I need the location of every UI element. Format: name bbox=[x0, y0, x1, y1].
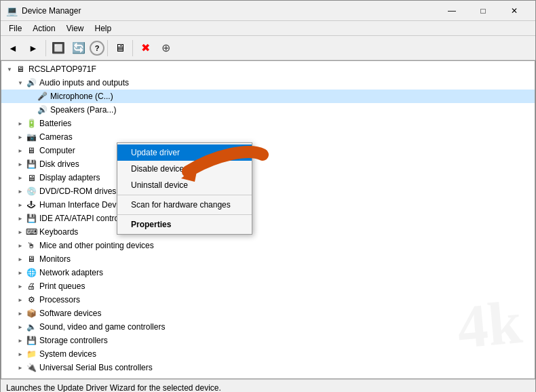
ctx-separator-2 bbox=[117, 214, 252, 215]
tree-item-mice[interactable]: ► 🖱 Mice and other pointing devices bbox=[1, 239, 535, 252]
ctx-separator-1 bbox=[117, 195, 252, 195]
network-label: Network adapters bbox=[39, 268, 103, 277]
menu-file[interactable]: File bbox=[3, 22, 27, 35]
toolbar: ◄ ► 🔲 🔄 ? 🖥 ✖ ⊕ bbox=[1, 36, 535, 60]
close-button[interactable]: ✕ bbox=[499, 1, 530, 21]
ctx-scan-hardware[interactable]: Scan for hardware changes bbox=[117, 197, 252, 213]
tree-item-print[interactable]: ► 🖨 Print queues bbox=[1, 279, 535, 293]
tree-item-disk[interactable]: ► 💾 Disk drives bbox=[1, 157, 535, 171]
cameras-icon: 📷 bbox=[26, 132, 37, 142]
speakers-icon: 🔊 bbox=[37, 104, 47, 115]
mic-label: Microphone (C...) bbox=[50, 92, 113, 101]
print-icon: 🖨 bbox=[26, 281, 37, 292]
dvd-expand-icon: ► bbox=[15, 186, 26, 197]
status-bar: Launches the Update Driver Wizard for th… bbox=[1, 379, 535, 392]
device-tree[interactable]: ▼ 🖥 RCSLAPTOP971F ▼ 🔊 Audio inputs and o… bbox=[1, 61, 535, 378]
menu-bar: File Action View Help bbox=[1, 21, 535, 36]
print-label: Print queues bbox=[39, 281, 85, 291]
tree-item-storage[interactable]: ► 💾 Storage controllers bbox=[1, 334, 535, 347]
keyboards-icon: ⌨ bbox=[26, 227, 37, 237]
tree-item-processors[interactable]: ► ⚙ Processors bbox=[1, 293, 535, 307]
cameras-label: Cameras bbox=[39, 132, 73, 142]
storage-icon: 💾 bbox=[26, 335, 37, 346]
back-button[interactable]: ◄ bbox=[3, 39, 22, 58]
ide-expand-icon: ► bbox=[15, 213, 26, 224]
tree-root[interactable]: ▼ 🖥 RCSLAPTOP971F bbox=[1, 62, 535, 76]
update-driver-toolbar-button[interactable]: 🔄 bbox=[69, 39, 88, 58]
batteries-expand-icon: ► bbox=[15, 118, 26, 129]
forward-button[interactable]: ► bbox=[24, 39, 43, 58]
speakers-expand-icon bbox=[26, 104, 37, 115]
window-controls: — □ ✕ bbox=[436, 1, 530, 21]
ctx-properties[interactable]: Properties bbox=[117, 216, 252, 233]
menu-view[interactable]: View bbox=[61, 22, 90, 35]
display-icon: 🖥 bbox=[26, 172, 37, 183]
context-menu: Update driver Disable device Uninstall d… bbox=[117, 142, 252, 235]
monitors-icon: 🖥 bbox=[26, 254, 37, 264]
computer-label: Computer bbox=[39, 146, 75, 155]
tree-item-audio[interactable]: ▼ 🔊 Audio inputs and outputs bbox=[1, 76, 535, 90]
network-icon: 🌐 bbox=[26, 267, 37, 278]
disk-expand-icon: ► bbox=[15, 159, 26, 170]
mice-label: Mice and other pointing devices bbox=[39, 241, 154, 250]
audio-expand-icon: ▼ bbox=[15, 77, 26, 88]
processors-icon: ⚙ bbox=[26, 294, 37, 305]
ctx-uninstall-device[interactable]: Uninstall device bbox=[117, 177, 252, 193]
usb-expand-icon: ► bbox=[15, 362, 26, 373]
toolbar-separator-1 bbox=[45, 40, 46, 56]
cameras-expand-icon: ► bbox=[15, 132, 26, 142]
ctx-update-driver[interactable]: Update driver bbox=[117, 144, 252, 161]
display-label: Display adapters bbox=[39, 173, 100, 182]
mice-icon: 🖱 bbox=[26, 240, 37, 251]
tree-item-usb[interactable]: ► 🔌 Universal Serial Bus controllers bbox=[1, 361, 535, 374]
sound-icon: 🔈 bbox=[26, 321, 37, 332]
usb-icon: 🔌 bbox=[26, 362, 37, 373]
add-toolbar-button[interactable]: ⊕ bbox=[156, 39, 175, 58]
properties-button[interactable]: 🔲 bbox=[49, 39, 68, 58]
monitors-expand-icon: ► bbox=[15, 254, 26, 264]
computer-icon: 🖥 bbox=[26, 145, 37, 156]
tree-item-hid[interactable]: ► 🕹 Human Interface Devices bbox=[1, 198, 535, 212]
system-icon: 📁 bbox=[26, 349, 37, 359]
sound-expand-icon: ► bbox=[15, 321, 26, 332]
storage-expand-icon: ► bbox=[15, 335, 26, 346]
mic-icon: 🎤 bbox=[37, 91, 47, 102]
monitors-label: Monitors bbox=[39, 254, 71, 264]
tree-item-ide[interactable]: ► 💾 IDE ATA/ATAPI controllers bbox=[1, 212, 535, 225]
tree-item-sound[interactable]: ► 🔈 Sound, video and game controllers bbox=[1, 320, 535, 334]
speakers-label: Speakers (Para...) bbox=[50, 105, 116, 115]
window-title: Device Manager bbox=[22, 6, 81, 16]
title-bar: 💻 Device Manager — □ ✕ bbox=[1, 1, 535, 21]
maximize-button[interactable]: □ bbox=[467, 1, 499, 21]
tree-item-system[interactable]: ► 📁 System devices bbox=[1, 347, 535, 361]
print-expand-icon: ► bbox=[15, 281, 26, 292]
help-button[interactable]: ? bbox=[90, 41, 104, 56]
tree-item-computer[interactable]: ► 🖥 Computer bbox=[1, 144, 535, 157]
mic-expand-icon bbox=[26, 91, 37, 102]
menu-help[interactable]: Help bbox=[90, 22, 117, 35]
hid-icon: 🕹 bbox=[26, 199, 37, 210]
ctx-disable-device[interactable]: Disable device bbox=[117, 161, 252, 177]
tree-item-monitors[interactable]: ► 🖥 Monitors bbox=[1, 252, 535, 266]
app-icon: 💻 bbox=[6, 5, 18, 16]
uninstall-toolbar-button[interactable]: ✖ bbox=[136, 39, 155, 58]
tree-item-speakers[interactable]: 🔊 Speakers (Para...) bbox=[1, 103, 535, 117]
processors-expand-icon: ► bbox=[15, 294, 26, 305]
system-label: System devices bbox=[39, 349, 96, 359]
network-expand-icon: ► bbox=[15, 267, 26, 278]
tree-item-network[interactable]: ► 🌐 Network adapters bbox=[1, 266, 535, 279]
software-expand-icon: ► bbox=[15, 308, 26, 319]
tree-item-software[interactable]: ► 📦 Software devices bbox=[1, 307, 535, 320]
computer-expand-icon: ► bbox=[15, 145, 26, 156]
menu-action[interactable]: Action bbox=[27, 22, 60, 35]
tree-item-microphone[interactable]: 🎤 Microphone (C...) bbox=[1, 90, 535, 103]
tree-item-batteries[interactable]: ► 🔋 Batteries bbox=[1, 117, 535, 130]
display-expand-icon: ► bbox=[15, 172, 26, 183]
minimize-button[interactable]: — bbox=[436, 1, 467, 21]
toolbar-separator-2 bbox=[107, 40, 108, 56]
tree-item-dvd[interactable]: ► 💿 DVD/CD-ROM drives bbox=[1, 184, 535, 198]
tree-item-keyboards[interactable]: ► ⌨ Keyboards bbox=[1, 225, 535, 239]
tree-item-cameras[interactable]: ► 📷 Cameras bbox=[1, 130, 535, 144]
tree-item-display[interactable]: ► 🖥 Display adapters bbox=[1, 171, 535, 184]
monitor-toolbar-button[interactable]: 🖥 bbox=[111, 39, 130, 58]
